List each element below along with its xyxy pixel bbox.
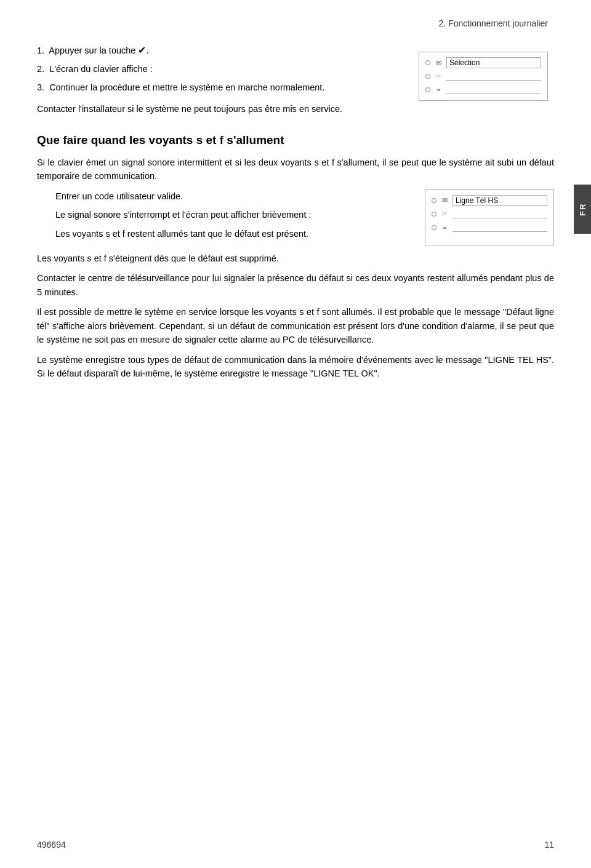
para4: Le système enregistre tous types de défa… bbox=[37, 353, 554, 381]
display-empty-3 bbox=[452, 210, 547, 218]
section-heading: Que faire quand les voyants s et f s'all… bbox=[37, 133, 554, 148]
display-label-1: Sélection bbox=[446, 57, 541, 68]
display-box-2: ✉ Ligne Tél HS ☞ ≈ bbox=[425, 189, 554, 245]
display-empty-4 bbox=[452, 223, 547, 232]
display-label-2: Ligne Tél HS bbox=[452, 195, 547, 206]
checkmark-icon: ✔ bbox=[138, 45, 146, 55]
para1: Les voyants s et f s'éteignent dès que l… bbox=[37, 252, 554, 265]
wave-icon-2: ≈ bbox=[440, 224, 449, 231]
steps-text: 1. Appuyer sur la touche ✔. 2. L'écran d… bbox=[37, 43, 406, 122]
contact-note: Contacter l'installateur si le système n… bbox=[37, 102, 406, 116]
led-1 bbox=[425, 60, 430, 65]
envelope-icon-2: ✉ bbox=[440, 196, 449, 204]
numbered-list: 1. Appuyer sur la touche ✔. 2. L'écran d… bbox=[37, 43, 406, 95]
led-2 bbox=[425, 74, 430, 79]
indented-step3: Les voyants s et f restent allumés tant … bbox=[55, 227, 412, 241]
person-icon: ☞ bbox=[434, 73, 443, 81]
lang-tab: FR bbox=[574, 185, 591, 234]
led-b bbox=[432, 212, 436, 217]
page-number: 11 bbox=[544, 840, 554, 850]
display-row-c: ≈ bbox=[432, 222, 547, 233]
para2: Contacter le centre de télésurveillance … bbox=[37, 271, 554, 299]
indented-steps: Entrer un code utilisateur valide. Le si… bbox=[55, 189, 412, 245]
page-footer: 496694 11 bbox=[0, 840, 591, 850]
section-intro: Si le clavier émet un signal sonore inte… bbox=[37, 156, 554, 183]
page: 2. Fonctionnement journalier FR 1. Appuy… bbox=[0, 0, 591, 868]
display-row-2: ☞ bbox=[425, 71, 541, 82]
display-row-b: ☞ bbox=[432, 209, 547, 220]
person-icon-2: ☞ bbox=[440, 210, 449, 218]
top-section: 1. Appuyer sur la touche ✔. 2. L'écran d… bbox=[37, 43, 554, 122]
led-c bbox=[432, 225, 436, 230]
display-row-3: ≈ bbox=[425, 84, 541, 95]
wave-icon: ≈ bbox=[434, 86, 443, 94]
display-box-1: ✉ Sélection ☞ ≈ bbox=[419, 49, 554, 122]
list-item: 3. Continuer la procédure et mettre le s… bbox=[37, 81, 406, 95]
doc-number: 496694 bbox=[37, 840, 66, 850]
display-1-container: ✉ Sélection ☞ ≈ bbox=[419, 52, 548, 101]
step2-text: L'écran du clavier affiche : bbox=[49, 64, 153, 74]
display-empty-2 bbox=[446, 86, 541, 94]
indented-step1: Entrer un code utilisateur valide. bbox=[55, 189, 412, 203]
header-title: 2. Fonctionnement journalier bbox=[439, 18, 548, 28]
list-item: 2. L'écran du clavier affiche : bbox=[37, 63, 406, 76]
led-a bbox=[432, 198, 436, 203]
step3-text: Continuer la procédure et mettre le syst… bbox=[49, 82, 324, 92]
para3: Il est possible de mettre le sytème en s… bbox=[37, 305, 554, 346]
indented-step2: Le signal sonore s'interrompt et l'écran… bbox=[55, 208, 412, 221]
list-item: 1. Appuyer sur la touche ✔. bbox=[37, 43, 406, 58]
display-row-1: ✉ Sélection bbox=[425, 57, 541, 68]
indented-section: Entrer un code utilisateur valide. Le si… bbox=[55, 189, 554, 245]
led-3 bbox=[425, 87, 430, 92]
display-empty-1 bbox=[446, 72, 541, 81]
page-header: 2. Fonctionnement journalier bbox=[37, 18, 554, 28]
display-row-a: ✉ Ligne Tél HS bbox=[432, 195, 547, 206]
envelope-icon: ✉ bbox=[434, 59, 443, 67]
